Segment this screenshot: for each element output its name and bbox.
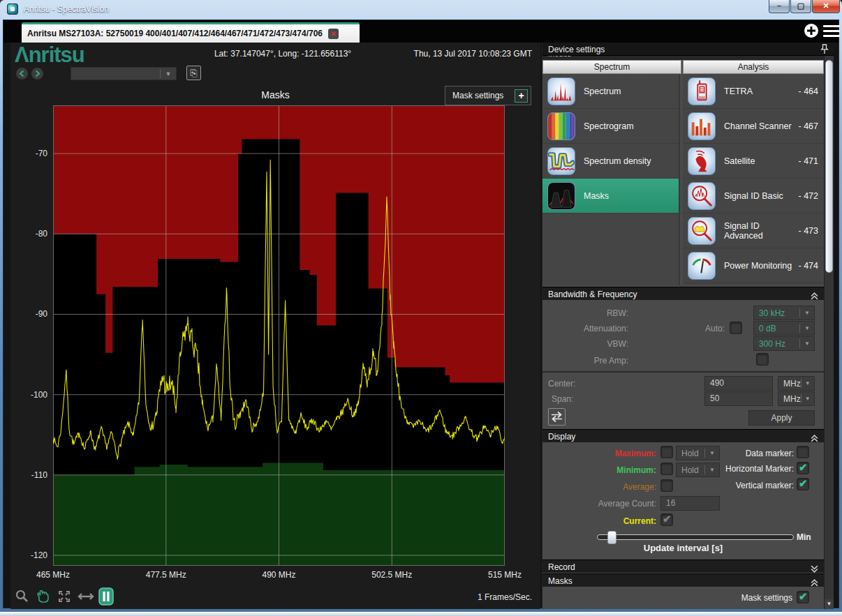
mode-item-spectrogram[interactable]: Spectrogram bbox=[542, 109, 679, 144]
swap-center-span-icon[interactable] bbox=[548, 408, 566, 426]
mode-item-satellite[interactable]: Satellite- 471 bbox=[683, 144, 824, 179]
mask-settings-button[interactable]: Mask settings + bbox=[445, 86, 531, 105]
zoom-icon[interactable] bbox=[15, 589, 31, 606]
center-frequency-input[interactable]: 490 bbox=[704, 376, 773, 391]
back-icon[interactable] bbox=[16, 68, 28, 80]
app-icon bbox=[7, 3, 18, 15]
close-button[interactable]: ✕ bbox=[812, 0, 840, 13]
new-view-button[interactable]: ⎘ bbox=[186, 66, 201, 80]
y-axis: Power(dBm) -70-80-90-100-110-120 bbox=[10, 105, 53, 566]
x-tick-label: 490 MHz bbox=[262, 570, 295, 580]
mode-item-masks[interactable]: Masks bbox=[542, 179, 679, 213]
scroll-down-icon[interactable]: ▼ bbox=[825, 599, 834, 609]
title-bar[interactable]: Anritsu - SpectraVision – ▢ ✕ bbox=[0, 0, 842, 20]
display-section-header[interactable]: Display bbox=[542, 429, 824, 442]
device-tab[interactable]: Anritsu MS27103A: 52750019 400/401/407/4… bbox=[22, 22, 360, 43]
average-checkbox[interactable] bbox=[660, 479, 673, 492]
add-device-icon[interactable] bbox=[804, 23, 819, 38]
analysis-column-header: Analysis bbox=[683, 60, 824, 74]
gps-datetime: Thu, 13 Jul 2017 10:08:23 GMT bbox=[414, 49, 532, 59]
record-section-header[interactable]: Record bbox=[542, 559, 824, 573]
main-area: Λnritsu Lat: 37.147047°, Long: -121.6561… bbox=[3, 43, 839, 608]
mode-item-code: - 474 bbox=[799, 261, 819, 271]
horizontal-stretch-icon[interactable] bbox=[77, 589, 94, 606]
mode-item-label: Signal ID Basic bbox=[724, 191, 799, 201]
mode-item-label: Channel Scanner bbox=[724, 121, 799, 131]
add-mask-icon[interactable]: + bbox=[515, 89, 528, 103]
device-settings-title: Device settings bbox=[548, 45, 605, 54]
forward-icon[interactable] bbox=[31, 68, 43, 80]
mode-item-label: Power Monitoring bbox=[724, 261, 799, 271]
frame-rate-label: 1 Frames/Sec. bbox=[478, 592, 532, 602]
mode-item-code: - 467 bbox=[799, 121, 819, 131]
mode-item-spectrum-density[interactable]: Spectrum density bbox=[542, 144, 679, 179]
mode-item-tetra[interactable]: TETRA- 464 bbox=[683, 74, 824, 109]
spectrum-mode-list: SpectrumSpectrogramSpectrum densityMasks bbox=[542, 74, 680, 285]
mode-item-signal-id-basic[interactable]: Signal ID Basic- 472 bbox=[683, 179, 824, 213]
vertical-marker-checkbox[interactable] bbox=[797, 478, 809, 490]
tetra-icon bbox=[688, 77, 716, 105]
center-unit-dropdown[interactable]: MHz▼ bbox=[778, 376, 815, 391]
mode-item-spectrum[interactable]: Spectrum bbox=[542, 74, 679, 109]
chevron-down-icon: ▼ bbox=[800, 340, 814, 347]
average-count-input[interactable]: 16 bbox=[660, 496, 720, 511]
maximize-button[interactable]: ▢ bbox=[790, 0, 811, 13]
expand-icon[interactable] bbox=[57, 589, 73, 606]
tab-close-icon[interactable]: ✕ bbox=[328, 29, 339, 39]
chevron-down-icon: ▼ bbox=[800, 325, 814, 331]
mask-settings-checkbox[interactable] bbox=[797, 591, 809, 603]
mode-item-channel-scanner[interactable]: Channel Scanner- 467 bbox=[683, 109, 824, 144]
data-marker-checkbox[interactable] bbox=[797, 446, 809, 458]
preamp-checkbox[interactable] bbox=[756, 353, 769, 366]
update-interval-label: Update interval [s] bbox=[542, 543, 824, 553]
bandwidth-section-header[interactable]: Bandwidth & Frequency bbox=[542, 287, 824, 300]
mode-item-code: - 473 bbox=[799, 226, 819, 236]
satellite-icon bbox=[688, 147, 716, 175]
mode-item-label: Satellite bbox=[724, 156, 799, 166]
display-body: Maximum: Hold▼ Data marker: Minimum: Hol… bbox=[542, 442, 824, 559]
masks-section-header[interactable]: Masks bbox=[542, 573, 824, 587]
mode-item-signal-id-advanced[interactable]: Signal ID Advanced- 473 bbox=[683, 213, 824, 248]
mode-item-power-monitoring[interactable]: Power Monitoring- 474 bbox=[683, 248, 824, 283]
panel-scrollbar[interactable]: ▼ bbox=[824, 56, 834, 609]
chevron-down-icon: ▼ bbox=[800, 310, 814, 316]
analysis-mode-list: TETRA- 464Channel Scanner- 467Satellite-… bbox=[683, 74, 824, 285]
x-tick-label: 515 MHz bbox=[488, 570, 522, 580]
span-unit-dropdown[interactable]: MHz▼ bbox=[778, 391, 815, 406]
device-settings-header: Device settings bbox=[542, 43, 834, 56]
chevron-down-icon: ▼ bbox=[802, 380, 814, 386]
y-tick-label: -100 bbox=[20, 390, 47, 400]
mode-item-label: Masks bbox=[584, 191, 679, 201]
x-tick-label: 502.5 MHz bbox=[371, 570, 412, 580]
masks-plot[interactable] bbox=[53, 105, 505, 566]
apply-button[interactable]: Apply bbox=[748, 410, 815, 426]
y-tick-label: -80 bbox=[20, 229, 47, 239]
channel-scanner-icon bbox=[688, 112, 716, 140]
mode-item-code: - 472 bbox=[799, 191, 819, 201]
update-interval-slider[interactable] bbox=[597, 534, 794, 540]
mode-item-label: Spectrum bbox=[584, 87, 679, 96]
menu-icon[interactable] bbox=[823, 25, 840, 37]
attenuation-dropdown[interactable]: 0 dB▼ bbox=[753, 321, 815, 336]
span-input[interactable]: 50 bbox=[704, 391, 773, 406]
current-checkbox[interactable] bbox=[660, 513, 673, 526]
trace-select-combobox[interactable]: ▼ bbox=[71, 67, 177, 80]
y-tick-label: -70 bbox=[20, 149, 47, 158]
spectrum-density-icon bbox=[547, 147, 575, 175]
y-tick-label: -110 bbox=[20, 470, 47, 480]
horizontal-marker-checkbox[interactable] bbox=[797, 462, 809, 474]
pin-icon[interactable] bbox=[820, 44, 829, 54]
vbw-dropdown[interactable]: 300 Hz▼ bbox=[753, 336, 815, 351]
pause-icon[interactable] bbox=[98, 587, 115, 604]
rbw-dropdown[interactable]: 30 kHz▼ bbox=[753, 306, 815, 320]
signal-id-basic-icon bbox=[688, 182, 716, 210]
masks-chart-svg[interactable] bbox=[53, 105, 505, 566]
chart-title-bar: Masks Mask settings + bbox=[10, 84, 540, 107]
minimum-checkbox[interactable] bbox=[660, 463, 673, 475]
pan-hand-icon[interactable] bbox=[36, 589, 52, 606]
scrollbar-thumb[interactable] bbox=[825, 60, 833, 273]
minimize-button[interactable]: – bbox=[769, 0, 790, 13]
auto-checkbox[interactable] bbox=[730, 322, 742, 334]
signal-id-advanced-icon bbox=[688, 217, 716, 245]
maximum-checkbox[interactable] bbox=[660, 446, 673, 458]
